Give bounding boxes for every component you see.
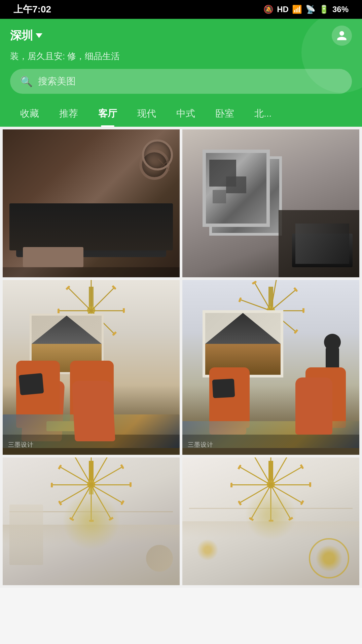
image-grid: 三墨设计 <box>0 127 362 588</box>
tab-chinese[interactable]: 中式 <box>166 102 205 127</box>
tab-collect[interactable]: 收藏 <box>10 102 49 127</box>
tab-nordic[interactable]: 北... <box>244 102 282 127</box>
mute-icon: 🔕 <box>263 5 274 14</box>
list-item[interactable]: 三墨设计 <box>182 280 359 455</box>
interior-image-4: 三墨设计 <box>182 280 359 455</box>
search-bar[interactable]: 🔍 搜索美图 <box>10 69 352 94</box>
interior-image-3: 三墨设计 <box>3 280 180 455</box>
header: 深圳 装，居久且安: 修，细品生活 🔍 搜索美图 收藏 推荐 客厅 现代 中式 … <box>0 19 362 127</box>
interior-image-1 <box>3 129 180 277</box>
location-selector[interactable]: 深圳 <box>10 28 42 43</box>
wifi-icon: 📡 <box>305 5 316 14</box>
status-time: 上午7:02 <box>13 3 51 16</box>
watermark-3: 三墨设计 <box>8 441 34 449</box>
tab-bedroom[interactable]: 卧室 <box>205 102 244 127</box>
status-bar: 上午7:02 🔕 HD 📶 📡 🔋 36% <box>0 0 362 19</box>
list-item[interactable]: 三墨设计 <box>3 280 180 455</box>
tab-modern[interactable]: 现代 <box>127 102 166 127</box>
user-avatar[interactable] <box>332 26 352 46</box>
user-icon <box>336 30 348 41</box>
status-icons: 🔕 HD 📶 📡 🔋 36% <box>263 5 349 14</box>
list-item[interactable] <box>182 129 359 277</box>
interior-image-6 <box>182 457 359 585</box>
list-item[interactable] <box>3 457 180 585</box>
header-top: 深圳 <box>10 26 352 46</box>
city-name: 深圳 <box>10 28 33 43</box>
tab-livingroom[interactable]: 客厅 <box>88 102 127 127</box>
signal-icon: 📶 <box>292 5 302 14</box>
battery-icon: 🔋 <box>319 5 329 14</box>
interior-image-5 <box>3 457 180 585</box>
search-placeholder: 搜索美图 <box>38 75 76 88</box>
chevron-down-icon <box>36 33 42 38</box>
list-item[interactable] <box>182 457 359 585</box>
battery-pct: 36% <box>332 5 349 14</box>
search-icon: 🔍 <box>20 76 33 87</box>
watermark-4: 三墨设计 <box>188 441 213 449</box>
tab-bar: 收藏 推荐 客厅 现代 中式 卧室 北... <box>10 102 352 127</box>
tab-recommend[interactable]: 推荐 <box>49 102 88 127</box>
hd-badge: HD <box>277 5 289 14</box>
slogan-text: 装，居久且安: 修，细品生活 <box>10 50 352 62</box>
list-item[interactable] <box>3 129 180 277</box>
interior-image-2 <box>182 129 359 277</box>
